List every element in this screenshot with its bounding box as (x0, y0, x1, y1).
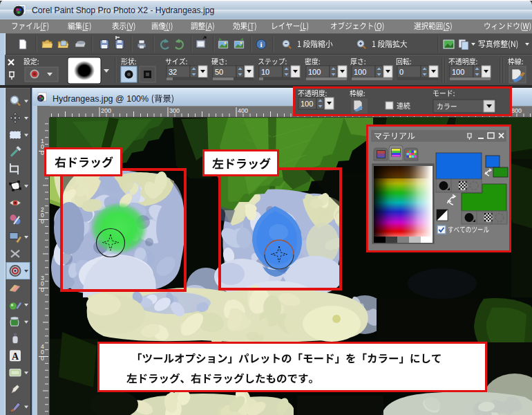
svg-text:100: 100 (308, 68, 321, 76)
svg-text:100: 100 (452, 68, 464, 76)
svg-text:i: i (260, 40, 262, 48)
svg-text:Hydrangeas.jpg @ 100%: Hydrangeas.jpg @ 100% (53, 94, 149, 104)
svg-text:0: 0 (41, 286, 44, 293)
svg-text:200: 200 (101, 107, 111, 114)
svg-text:10: 10 (261, 68, 269, 76)
svg-text:300: 300 (169, 107, 180, 114)
svg-text:100: 100 (301, 100, 313, 108)
svg-text:100: 100 (354, 68, 366, 76)
svg-text:Corel Paint Shop Pro Photo X2: Corel Paint Shop Pro Photo X2 - Hydrange… (32, 6, 214, 15)
svg-text:0: 0 (399, 68, 403, 76)
svg-text:A: A (12, 351, 19, 362)
svg-text:32: 32 (169, 68, 177, 76)
svg-text:400: 400 (238, 107, 248, 114)
svg-text:0: 0 (41, 355, 44, 362)
svg-text:800: 800 (511, 107, 522, 114)
svg-text:50: 50 (215, 68, 223, 76)
svg-text:0: 0 (41, 149, 44, 156)
svg-text:0: 0 (41, 218, 44, 225)
